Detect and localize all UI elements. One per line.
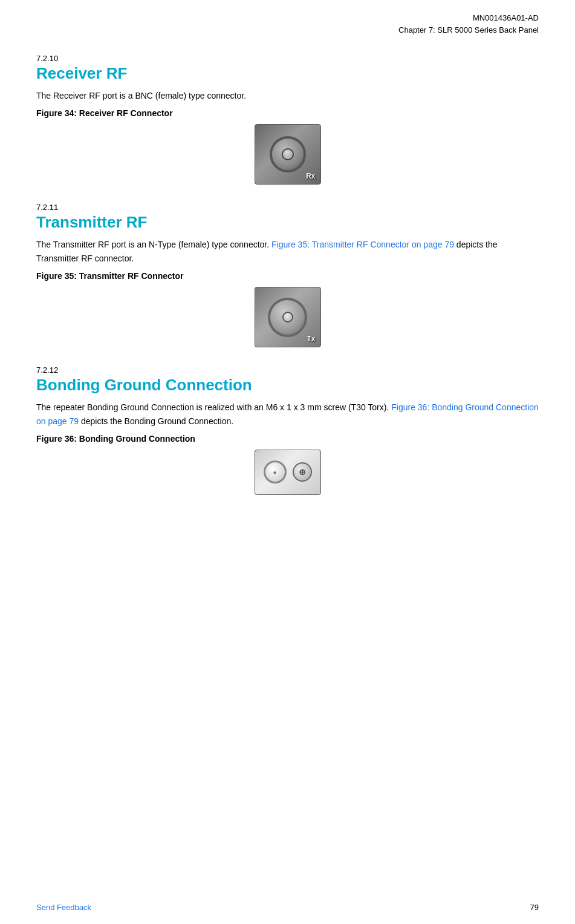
header-line1: MN001436A01-AD bbox=[36, 12, 539, 24]
bnc-connector-outer bbox=[270, 136, 306, 172]
body-plain-7-2-11: The Transmitter RF port is an N-Type (fe… bbox=[36, 240, 271, 249]
section-body-7-2-12: The repeater Bonding Ground Connection i… bbox=[36, 401, 539, 428]
section-title-7-2-11: Transmitter RF bbox=[36, 213, 539, 232]
section-7-2-11: 7.2.11 Transmitter RF The Transmitter RF… bbox=[36, 203, 539, 347]
bond-connector-inner: ● ⊕ bbox=[264, 460, 312, 483]
ntype-connector-inner bbox=[282, 312, 293, 323]
bond-symbol-container: ⊕ bbox=[293, 462, 312, 482]
body-plain-7-2-12: The repeater Bonding Ground Connection i… bbox=[36, 402, 391, 412]
figure-35-label: Tx bbox=[307, 335, 315, 343]
section-7-2-12: 7.2.12 Bonding Ground Connection The rep… bbox=[36, 365, 539, 495]
ground-symbol-text: ⊕ bbox=[299, 467, 306, 477]
section-number-7-2-11: 7.2.11 bbox=[36, 203, 539, 212]
body-after-7-2-12: depicts the Bonding Ground Connection. bbox=[79, 416, 233, 426]
figure-36-image: ● ⊕ bbox=[255, 450, 321, 495]
page-header: MN001436A01-AD Chapter 7: SLR 5000 Serie… bbox=[36, 12, 539, 36]
figure-34-label: Rx bbox=[306, 172, 315, 180]
section-title-7-2-12: Bonding Ground Connection bbox=[36, 376, 539, 395]
figure-35-link[interactable]: Figure 35: Transmitter RF Connector on p… bbox=[271, 240, 454, 249]
figure-35-image: Tx bbox=[255, 287, 321, 347]
figure-caption-35: Figure 35: Transmitter RF Connector bbox=[36, 271, 539, 281]
page-container: MN001436A01-AD Chapter 7: SLR 5000 Serie… bbox=[0, 0, 575, 924]
section-body-7-2-10: The Receiver RF port is a BNC (female) t… bbox=[36, 89, 539, 102]
bond-circle-inner: ● bbox=[273, 469, 276, 476]
send-feedback-link[interactable]: Send Feedback bbox=[36, 903, 91, 912]
bnc-connector-inner bbox=[282, 148, 294, 160]
bond-circle-left: ● bbox=[264, 460, 287, 483]
section-7-2-10: 7.2.10 Receiver RF The Receiver RF port … bbox=[36, 54, 539, 185]
header-line2: Chapter 7: SLR 5000 Series Back Panel bbox=[36, 24, 539, 36]
figure-caption-36: Figure 36: Bonding Ground Connection bbox=[36, 434, 539, 444]
section-body-7-2-11: The Transmitter RF port is an N-Type (fe… bbox=[36, 238, 539, 265]
section-title-7-2-10: Receiver RF bbox=[36, 64, 539, 83]
figure-caption-34: Figure 34: Receiver RF Connector bbox=[36, 108, 539, 118]
figure-34-image: Rx bbox=[255, 124, 321, 185]
page-number: 79 bbox=[530, 903, 539, 912]
section-number-7-2-10: 7.2.10 bbox=[36, 54, 539, 63]
section-number-7-2-12: 7.2.12 bbox=[36, 365, 539, 375]
bond-ground-symbol: ⊕ bbox=[293, 462, 312, 482]
page-footer: Send Feedback 79 bbox=[36, 903, 539, 912]
figure-34-container: Rx bbox=[36, 124, 539, 185]
figure-36-container: ● ⊕ bbox=[36, 450, 539, 495]
ntype-connector-outer bbox=[268, 298, 307, 337]
figure-35-container: Tx bbox=[36, 287, 539, 347]
